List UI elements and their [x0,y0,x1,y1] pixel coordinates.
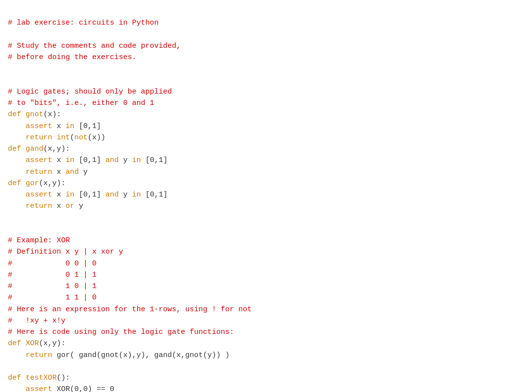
line-13-list2: [0,1] [145,156,167,164]
line-13-in1: in [66,156,79,164]
line-3: # Study the comments and code provided, [8,42,181,50]
line-15-def: def [8,179,26,188]
line-16-in1: in [66,191,79,199]
line-4: # before doing the exercises. [8,53,136,62]
line-20: # Example: XOR [8,236,70,245]
line-14-x: x [57,168,66,176]
line-9-paren: (x): [43,110,61,119]
line-30-return: return [26,351,57,359]
line-25: # 1 1 | 0 [8,294,97,302]
line-10-list: [0,1] [79,122,101,131]
line-17-y: y [79,202,83,210]
line-16-list2: [0,1] [145,191,167,199]
line-16-x: x [57,191,66,199]
line-16-and: and [105,191,123,199]
code-editor: # lab exercise: circuits in Python # Stu… [8,6,524,392]
line-15-paren: (x,y): [39,179,66,188]
line-33-body: XOR(0,0) == 0 [57,385,114,392]
line-9-func: gnot [26,110,43,119]
line-12-func: gand [26,145,43,153]
line-23: # 0 1 | 1 [8,271,97,279]
line-12-def: def [8,145,26,153]
line-13-list1: [0,1] [79,156,105,164]
line-32-def: def [8,374,26,382]
line-21: # Definition x y | x xor y [8,248,123,256]
line-17-or: or [66,202,79,210]
line-17-x: x [57,202,66,210]
line-29-func: XOR [26,339,39,348]
line-7: # Logic gates; should only be applied [8,88,172,96]
line-13-assert: assert [26,156,57,164]
line-26: # Here is an expression for the 1-rows, … [8,305,252,314]
line-27: # !xy + x!y [8,317,66,325]
line-16-assert: assert [26,191,57,199]
line-29-paren: (x,y): [39,339,66,348]
line-10-x: x [57,122,66,131]
line-14-return: return [26,168,57,176]
line-9-def: def [8,110,26,119]
line-11-return: return [26,133,57,142]
line-16-list1: [0,1] [79,191,105,199]
line-28: # Here is code using only the logic gate… [8,328,234,336]
line-8: # to "bits", i.e., either 0 and 1 [8,99,154,107]
line-33-assert: assert [26,385,57,392]
line-11-not: ( [70,133,74,142]
line-16-in2: in [132,191,145,199]
line-32-func: testXOR [26,374,57,382]
line-10-in: in [66,122,79,131]
line-24: # 1 0 | 1 [8,282,97,291]
line-15-func: gor [26,179,39,188]
line-11-not2: not [74,133,88,142]
line-13-x: x [57,156,66,164]
line-10-assert: assert [26,122,57,131]
line-13-y: y [123,156,132,164]
line-14-and: and [66,168,83,176]
line-22: # 0 0 | 0 [8,260,97,268]
line-13-in2: in [132,156,145,164]
line-11-int: int [57,133,70,142]
line-11-rest: (x)) [88,133,105,142]
line-29-def: def [8,339,26,348]
line-32-paren: (): [57,374,70,382]
line-13-and: and [105,156,123,164]
line-14-y: y [83,168,88,176]
line-17-return: return [26,202,57,210]
line-1: # lab exercise: circuits in Python [8,19,159,27]
line-30-body: gor( gand(gnot(x),y), gand(x,gnot(y)) ) [57,351,230,359]
line-16-y: y [123,191,132,199]
line-12-paren: (x,y): [43,145,70,153]
